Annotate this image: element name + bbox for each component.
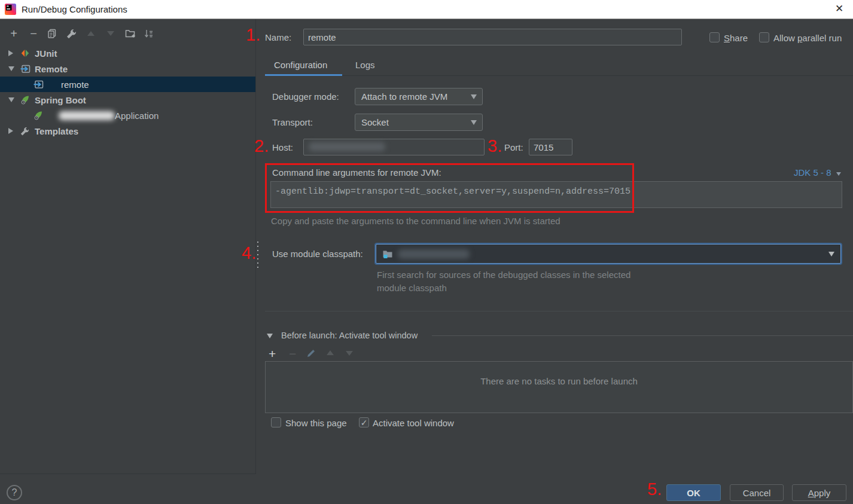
tree-item-label: remote [61, 80, 89, 90]
tree-item-label: Templates [35, 126, 78, 136]
chevron-down-icon[interactable] [836, 172, 841, 176]
empty-tasks-text: There are no tasks to run before launch [266, 376, 852, 386]
move-up-icon[interactable] [84, 27, 98, 40]
intellij-logo-icon [5, 4, 16, 15]
tree-item-remote-selected[interactable]: remote [0, 77, 255, 92]
before-launch-title: Before launch: Activate tool window [281, 331, 418, 340]
wrench-icon [20, 127, 32, 136]
task-move-down-icon[interactable] [346, 351, 353, 356]
tree-item-junit[interactable]: JUnit [0, 45, 255, 61]
chevron-down-icon [471, 120, 477, 125]
junit-icon [20, 48, 32, 58]
spring-boot-icon [20, 111, 59, 120]
annotation-2: 2. [254, 137, 269, 155]
apply-button[interactable]: Apply [792, 484, 846, 501]
command-line-args-value: -agentlib:jdwp=transport=dt_socket,serve… [275, 187, 630, 197]
window-title: Run/Debug Configurations [22, 4, 127, 14]
name-label: Name: [265, 32, 291, 42]
before-launch-task-list: There are no tasks to run before launch [265, 361, 853, 413]
redacted-app-name [59, 111, 115, 120]
question-mark-icon: ? [12, 487, 17, 498]
tree-item-label: JUnit [35, 48, 57, 59]
splitter-grip[interactable] [257, 242, 258, 268]
help-button[interactable]: ? [7, 485, 22, 500]
activate-tool-window-checkbox[interactable]: ✓ [359, 417, 369, 427]
tree-item-remote-group[interactable]: Remote [0, 61, 255, 77]
chevron-right-icon[interactable] [8, 128, 17, 134]
tree-item-label: Remote [35, 64, 68, 74]
section-separator [265, 311, 853, 311]
chevron-down-icon [828, 252, 834, 256]
share-checkbox[interactable] [709, 32, 720, 42]
tree-item-application[interactable]: Application [0, 108, 255, 123]
collapse-triangle-icon[interactable] [267, 334, 273, 338]
tree-item-templates[interactable]: Templates [0, 123, 255, 139]
tree-item-label: Spring Boot [35, 95, 86, 105]
allow-parallel-run-label: Allow parallel run [773, 33, 842, 43]
debugger-mode-select[interactable]: Attach to remote JVM [355, 88, 483, 105]
ok-button[interactable]: OK [666, 484, 721, 501]
check-icon: ✓ [361, 419, 368, 427]
edit-task-pencil-icon[interactable] [306, 349, 316, 361]
tree-item-spring-boot-group[interactable]: Spring Boot [0, 92, 255, 108]
name-input[interactable] [303, 29, 682, 45]
activate-tool-window-label: Activate tool window [373, 418, 454, 428]
remove-task-button[interactable]: − [289, 347, 296, 361]
annotation-3: 3. [488, 137, 502, 155]
task-move-up-icon[interactable] [327, 350, 334, 355]
debugger-mode-value: Attach to remote JVM [361, 91, 471, 102]
run-debug-configurations-dialog: + − [0, 19, 853, 504]
new-folder-icon[interactable] [124, 27, 137, 40]
spring-boot-icon [20, 95, 32, 105]
tabs-separator [265, 75, 853, 76]
show-this-page-checkbox[interactable] [271, 417, 281, 427]
module-folder-icon [382, 249, 393, 259]
chevron-down-icon[interactable] [8, 97, 17, 102]
annotation-5: 5. [647, 480, 662, 498]
cancel-button[interactable]: Cancel [730, 484, 784, 501]
copy-configuration-icon[interactable] [45, 27, 59, 40]
jdk-version-link[interactable]: JDK 5 - 8 [794, 167, 831, 178]
args-hint-text: Copy and paste the arguments to the comm… [271, 216, 560, 226]
debugger-mode-label: Debugger mode: [272, 91, 339, 102]
tree-item-label: Application [115, 111, 159, 121]
module-hint-line2: module classpath [377, 283, 447, 293]
port-input[interactable] [529, 139, 572, 155]
configurations-tree-panel: + − [0, 19, 256, 474]
module-classpath-select[interactable] [376, 244, 841, 264]
close-icon[interactable]: ✕ [835, 3, 843, 15]
before-launch-rule [432, 335, 853, 336]
command-line-args-label: Command line arguments for remote JVM: [272, 167, 441, 178]
active-tab-underline [265, 74, 342, 76]
share-label: Share [724, 33, 748, 43]
transport-select[interactable]: Socket [355, 114, 483, 131]
host-input[interactable] [303, 139, 485, 155]
tab-configuration[interactable]: Configuration [274, 60, 327, 70]
port-label: Port: [504, 142, 523, 152]
edit-templates-wrench-icon[interactable] [65, 27, 78, 40]
sort-configurations-icon[interactable] [142, 27, 156, 40]
tab-logs[interactable]: Logs [355, 60, 375, 70]
title-bar: Run/Debug Configurations ✕ [0, 0, 853, 19]
allow-parallel-run-checkbox[interactable] [759, 32, 769, 42]
chevron-down-icon[interactable] [8, 66, 17, 71]
transport-value: Socket [361, 117, 471, 127]
use-module-classpath-label: Use module classpath: [272, 249, 363, 259]
add-configuration-button[interactable]: + [7, 27, 20, 40]
chevron-down-icon [471, 94, 477, 99]
command-line-args-field[interactable]: -agentlib:jdwp=transport=dt_socket,serve… [270, 181, 842, 208]
show-this-page-label: Show this page [285, 418, 347, 428]
transport-label: Transport: [272, 117, 313, 127]
move-down-icon[interactable] [104, 27, 117, 40]
redacted-module-name [398, 249, 470, 259]
remove-configuration-button[interactable]: − [27, 27, 40, 40]
module-hint-line1: First search for sources of the debugged… [377, 270, 630, 280]
remote-config-icon [20, 80, 59, 89]
add-task-button[interactable]: + [269, 347, 276, 361]
chevron-right-icon[interactable] [8, 50, 17, 56]
remote-config-icon [20, 65, 32, 74]
host-label: Host: [272, 142, 293, 152]
